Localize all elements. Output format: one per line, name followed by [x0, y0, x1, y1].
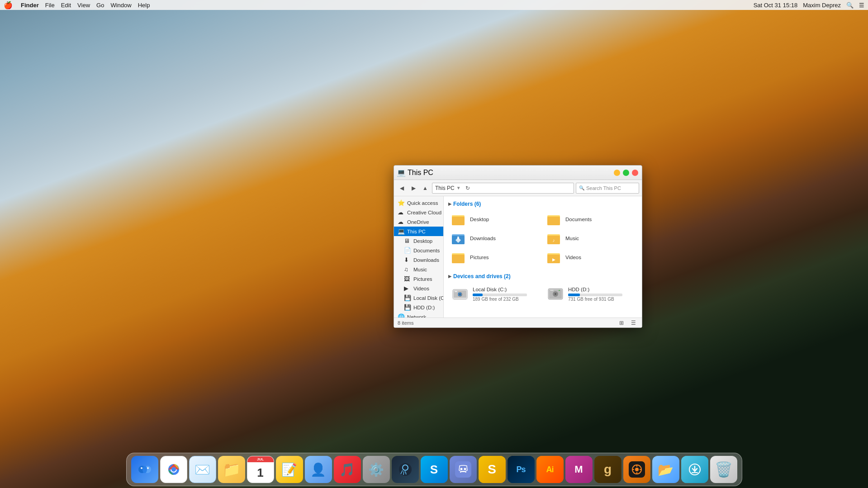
menubar-edit[interactable]: Edit [61, 2, 71, 9]
menubar: 🍎 Finder File Edit View Go Window Help S… [0, 0, 868, 10]
sidebar-item-videos[interactable]: ▶ Videos [394, 284, 443, 293]
svg-rect-8 [457, 237, 459, 239]
sidebar-item-pictures[interactable]: 🖼 Pictures [394, 274, 443, 284]
dock-item-downloader[interactable] [681, 456, 708, 483]
window-minimize-button[interactable] [614, 170, 620, 176]
folder-music[interactable]: ♪ Music [544, 230, 637, 247]
address-bar-text: This PC [435, 185, 455, 191]
svg-point-37 [147, 467, 149, 469]
dock-item-finder[interactable] [131, 456, 158, 483]
folder-downloads[interactable]: Downloads [448, 230, 542, 247]
up-button[interactable]: ▲ [420, 183, 430, 193]
folder-pictures-icon [452, 251, 466, 264]
toolbar: ◀ ▶ ▲ This PC ▼ ↻ 🔍 Search This PC [394, 180, 642, 196]
dock-item-goodreads[interactable]: g [594, 456, 621, 483]
sidebar-item-downloads[interactable]: ⬇ Downloads [394, 255, 443, 265]
apple-menu[interactable]: 🍎 [4, 1, 13, 9]
svg-rect-25 [458, 294, 460, 296]
svg-point-36 [141, 467, 142, 469]
menubar-view[interactable]: View [77, 2, 90, 9]
sidebar-downloads-label: Downloads [413, 257, 439, 263]
dock-item-chrome[interactable] [160, 456, 187, 483]
dock-item-slides[interactable]: S [479, 456, 506, 483]
quickaccess-icon: ⭐ [398, 199, 405, 206]
window-title-text: This PC [408, 169, 433, 177]
search-icon[interactable]: 🔍 [846, 2, 854, 9]
network-icon: 🌐 [398, 313, 405, 317]
svg-text:▶: ▶ [552, 257, 555, 262]
folder-videos-label: Videos [565, 255, 581, 260]
drive-c[interactable]: Local Disk (C:) 189 GB free of 232 GB [448, 283, 542, 305]
dock-item-office[interactable]: M [565, 456, 593, 483]
address-bar[interactable]: This PC ▼ ↻ [432, 183, 574, 194]
folder-videos[interactable]: ▶ Videos [544, 249, 637, 266]
sidebar-item-localdisk[interactable]: 💾 Local Disk (C:) [394, 293, 443, 303]
sidebar-onedrive-label: OneDrive [407, 219, 429, 225]
sidebar-item-documents[interactable]: 📄 Documents [394, 246, 443, 255]
folder-music-label: Music [565, 236, 579, 241]
dock-item-calendar[interactable]: JUL 1 [247, 456, 274, 483]
drive-d-space: 731 GB free of 931 GB [568, 297, 634, 302]
sidebar-music-label: Music [413, 267, 427, 272]
desktop-icon: 🖥 [404, 237, 411, 244]
svg-point-35 [142, 466, 147, 473]
grid-view-button[interactable]: ⊞ [617, 318, 626, 328]
menubar-file[interactable]: File [45, 2, 55, 9]
videos-icon: ▶ [404, 285, 411, 292]
item-count: 8 items [398, 320, 413, 326]
sidebar-documents-label: Documents [413, 248, 440, 253]
back-button[interactable]: ◀ [397, 183, 407, 193]
drive-d-name: HDD (D:) [568, 287, 634, 292]
sidebar-quickaccess-label: Quick access [407, 200, 438, 206]
pictures-icon: 🖼 [404, 275, 411, 282]
dock-item-folder[interactable]: 📁 [218, 456, 245, 483]
notification-icon[interactable]: ☰ [859, 2, 864, 9]
svg-point-45 [464, 468, 466, 470]
sidebar-item-quickaccess[interactable]: ⭐ Quick access [394, 198, 443, 208]
window-close-button[interactable] [632, 170, 638, 176]
svg-rect-21 [455, 291, 457, 292]
downloads-icon: ⬇ [404, 256, 411, 263]
sidebar: ⭐ Quick access ☁ Creative Cloud Files ☁ … [394, 196, 444, 317]
sidebar-item-creativecloud[interactable]: ☁ Creative Cloud Files [394, 208, 443, 217]
sidebar-item-onedrive[interactable]: ☁ OneDrive [394, 217, 443, 227]
dock-item-notes[interactable]: 📝 [276, 456, 303, 483]
sidebar-item-music[interactable]: ♫ Music [394, 265, 443, 274]
menubar-go[interactable]: Go [96, 2, 104, 9]
sidebar-thispc-label: This PC [407, 229, 426, 234]
sidebar-item-hdd[interactable]: 💾 HDD (D:) [394, 303, 443, 312]
window-title-bar: 💻 This PC [394, 166, 642, 180]
dock-item-photoshop[interactable]: Ps [508, 456, 535, 483]
sidebar-item-desktop[interactable]: 🖥 Desktop [394, 236, 443, 246]
address-dropdown-icon[interactable]: ▼ [456, 185, 461, 190]
folder-pictures[interactable]: Pictures [448, 249, 542, 266]
dock: ✉️ 📁 JUL 1 📝 👤 🎵 ⚙️ S [126, 453, 742, 486]
dock-item-csgo[interactable] [623, 456, 650, 483]
dock-item-trash[interactable]: 🗑️ [710, 456, 737, 483]
drive-d[interactable]: HDD (D:) 731 GB free of 931 GB [544, 283, 637, 305]
forward-button[interactable]: ▶ [408, 183, 418, 193]
menubar-help[interactable]: Help [138, 2, 150, 9]
refresh-button[interactable]: ↻ [463, 183, 473, 193]
dock-item-files[interactable]: 📂 [652, 456, 679, 483]
sidebar-item-network[interactable]: 🌐 Network [394, 312, 443, 317]
search-bar[interactable]: 🔍 Search This PC [576, 183, 639, 194]
sidebar-network-label: Network [407, 314, 426, 318]
dock-item-mail[interactable]: ✉️ [189, 456, 216, 483]
dock-item-steam[interactable] [392, 456, 419, 483]
sidebar-item-thispc[interactable]: 💻 This PC [394, 227, 443, 236]
window-maximize-button[interactable] [623, 170, 629, 176]
dock-item-discord[interactable] [450, 456, 477, 483]
folder-desktop[interactable]: Desktop [448, 211, 542, 228]
dock-item-illustrator[interactable]: Ai [536, 456, 564, 483]
dock-item-skype[interactable]: S [421, 456, 448, 483]
dock-item-music[interactable]: 🎵 [334, 456, 361, 483]
folder-documents[interactable]: Documents [544, 211, 637, 228]
list-view-button[interactable]: ☰ [628, 318, 638, 328]
dock-item-contacts[interactable]: 👤 [305, 456, 332, 483]
folder-downloads-icon [452, 232, 466, 245]
svg-point-44 [460, 468, 462, 470]
menubar-window[interactable]: Window [110, 2, 131, 9]
dock-item-settings[interactable]: ⚙️ [363, 456, 390, 483]
menubar-finder[interactable]: Finder [21, 2, 39, 9]
